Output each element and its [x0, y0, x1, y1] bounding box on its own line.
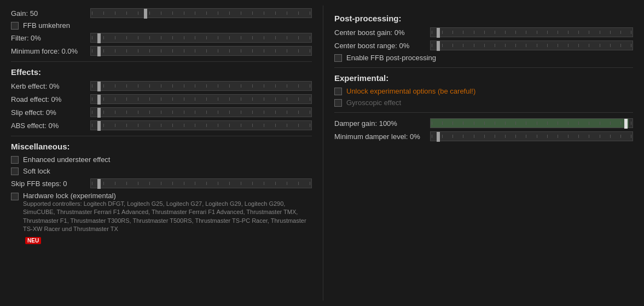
- tick: [600, 135, 600, 138]
- unlock-experimental-checkbox[interactable]: [334, 88, 342, 95]
- hardware-lock-content: Hardware lock (experimental) Supported c…: [23, 192, 312, 234]
- slip-thumb[interactable]: [97, 108, 101, 118]
- tick: [310, 49, 310, 53]
- hardware-lock-checkbox[interactable]: [11, 193, 19, 200]
- enable-ffb-row: Enable FFB post-processing: [334, 54, 633, 62]
- tick: [172, 36, 173, 39]
- tick: [206, 11, 207, 15]
- tick: [172, 97, 173, 101]
- tick: [495, 44, 495, 47]
- filter-thumb[interactable]: [97, 33, 101, 43]
- tick: [252, 36, 253, 39]
- center-boost-range-thumb[interactable]: [437, 41, 440, 51]
- tick: [505, 44, 506, 47]
- tick: [298, 111, 299, 114]
- slip-slider[interactable]: [90, 107, 312, 117]
- tick: [172, 11, 173, 15]
- tick: [252, 111, 253, 114]
- enable-ffb-checkbox[interactable]: [334, 54, 342, 62]
- gyroscopic-checkbox[interactable]: [334, 99, 342, 107]
- tick: [432, 135, 432, 138]
- ffb-umkehren-checkbox[interactable]: [11, 22, 19, 30]
- tick: [218, 84, 218, 88]
- gain-thumb[interactable]: [144, 9, 147, 19]
- tick: [206, 111, 207, 114]
- center-boost-gain-label: Center boost gain: 0%: [334, 28, 430, 37]
- tick: [558, 31, 558, 34]
- tick: [558, 135, 558, 138]
- supported-controllers-text: Supported controllers: Logitech DFGT, Lo…: [23, 200, 312, 234]
- tick: [241, 49, 241, 53]
- damper-gain-slider[interactable]: [430, 118, 633, 128]
- tick: [275, 124, 276, 127]
- skip-ffb-thumb[interactable]: [97, 179, 101, 189]
- kerb-slider[interactable]: [90, 81, 312, 91]
- tick: [149, 97, 150, 101]
- tick: [138, 36, 138, 39]
- tick: [442, 135, 443, 138]
- enhanced-understeer-checkbox[interactable]: [11, 156, 19, 164]
- tick: [184, 84, 184, 88]
- road-thumb[interactable]: [97, 95, 101, 105]
- skip-ffb-ticks: [91, 179, 311, 188]
- tick: [631, 122, 631, 125]
- tick: [526, 31, 526, 34]
- tick: [103, 11, 104, 15]
- road-slider[interactable]: [90, 94, 312, 104]
- tick: [287, 84, 287, 88]
- tick: [442, 44, 443, 47]
- tick: [115, 11, 115, 15]
- tick: [515, 44, 516, 47]
- tick: [287, 97, 287, 101]
- tick: [184, 182, 184, 185]
- tick: [92, 97, 92, 101]
- center-boost-range-ticks: [431, 41, 633, 50]
- gain-slider[interactable]: [90, 8, 312, 18]
- center-boost-gain-ticks: [431, 28, 633, 37]
- tick: [149, 182, 150, 185]
- tick: [103, 111, 104, 114]
- tick: [206, 84, 207, 88]
- tick: [92, 111, 92, 114]
- tick: [92, 124, 92, 127]
- tick: [620, 31, 621, 34]
- center-boost-range-row: Center boost range: 0%: [334, 41, 633, 50]
- center-boost-gain-thumb[interactable]: [437, 28, 440, 38]
- filter-slider[interactable]: [90, 33, 312, 43]
- tick: [229, 124, 230, 127]
- tick: [287, 49, 287, 53]
- road-ticks: [91, 95, 311, 103]
- tick: [195, 84, 195, 88]
- tick: [452, 44, 453, 47]
- kerb-thumb[interactable]: [97, 82, 101, 91]
- tick: [115, 182, 115, 185]
- abs-slider[interactable]: [90, 120, 312, 130]
- center-boost-gain-slider[interactable]: [430, 27, 633, 37]
- tick: [138, 111, 138, 114]
- tick: [515, 135, 516, 138]
- tick: [547, 44, 548, 47]
- min-damper-thumb[interactable]: [437, 132, 440, 142]
- abs-thumb[interactable]: [97, 121, 101, 131]
- min-force-thumb[interactable]: [97, 47, 101, 56]
- min-force-slider[interactable]: [90, 46, 312, 56]
- center-boost-range-slider[interactable]: [430, 41, 633, 50]
- tick: [484, 31, 485, 34]
- min-force-row: Minimum force: 0.0%: [11, 46, 312, 56]
- tick: [505, 135, 506, 138]
- skip-ffb-slider[interactable]: [90, 178, 312, 188]
- tick: [275, 36, 276, 39]
- tick: [115, 97, 115, 101]
- tick: [526, 44, 526, 47]
- filter-ticks: [91, 33, 311, 42]
- tick: [298, 36, 299, 39]
- damper-gain-thumb[interactable]: [624, 119, 628, 129]
- filter-label: Filter: 0%: [11, 34, 90, 42]
- tick: [184, 11, 184, 15]
- min-damper-slider[interactable]: [430, 131, 633, 141]
- soft-lock-checkbox[interactable]: [11, 168, 19, 175]
- tick: [568, 135, 568, 138]
- tick: [578, 31, 579, 34]
- tick: [126, 182, 127, 185]
- tick: [310, 97, 310, 101]
